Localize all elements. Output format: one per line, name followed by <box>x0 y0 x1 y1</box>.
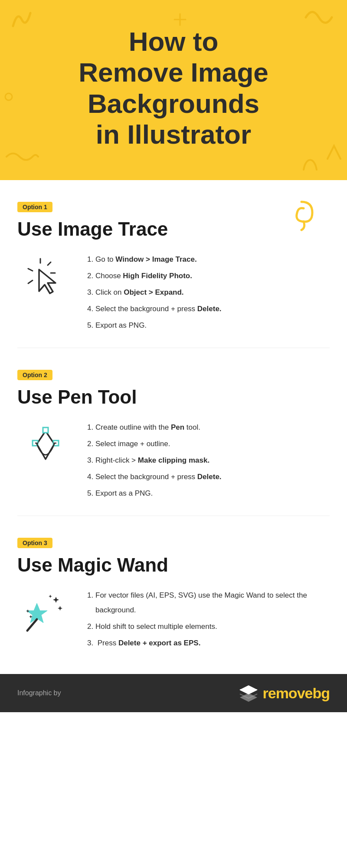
footer-brand-name: removebg <box>262 685 330 702</box>
option-2-title: Use Pen Tool <box>17 386 330 408</box>
list-item: Go to Window > Image Trace. <box>95 252 330 267</box>
footer-label: Infographic by <box>17 689 61 697</box>
svg-line-5 <box>28 269 33 271</box>
doodle-3 <box>4 148 39 167</box>
removebg-logo-icon <box>239 684 258 702</box>
list-item: Press Delete + export as EPS. <box>95 636 330 651</box>
option-3-steps: For vector files (AI, EPS, SVG) use the … <box>87 588 330 652</box>
list-item: Right-click > Make clipping mask. <box>95 453 330 468</box>
option-2-section: Option 2 Use Pen Tool <box>17 348 330 516</box>
option-2-steps: Create outline with the Pen tool. Select… <box>87 420 330 503</box>
section1-doodle <box>282 197 321 238</box>
list-item: Create outline with the Pen tool. <box>95 420 330 435</box>
option-3-badge: Option 3 <box>17 538 52 548</box>
doodle-4 <box>299 152 321 176</box>
option-1-icon-area <box>17 252 74 304</box>
option-3-icon-area <box>17 588 74 640</box>
option-2-body: Create outline with the Pen tool. Select… <box>17 420 330 503</box>
footer-brand: removebg <box>239 684 330 702</box>
doodle-5 <box>2 90 15 105</box>
svg-line-4 <box>48 262 51 265</box>
footer: Infographic by removebg <box>0 674 347 712</box>
list-item: Export as PNG. <box>95 318 330 333</box>
option-3-body: For vector files (AI, EPS, SVG) use the … <box>17 588 330 652</box>
svg-point-0 <box>5 93 12 100</box>
magic-wand-icon <box>24 592 67 636</box>
option-2-icon-area <box>17 420 74 472</box>
option-1-section: Option 1 Use Image Trace Go to Window > … <box>17 180 330 348</box>
content: Option 1 Use Image Trace Go to Window > … <box>0 180 347 665</box>
list-item: Select the background + press Delete. <box>95 470 330 484</box>
option-2-badge: Option 2 <box>17 370 52 380</box>
header-title: How to Remove Image Backgrounds in Illus… <box>17 26 330 150</box>
list-item: Select image + outline. <box>95 437 330 451</box>
list-item: Hold shift to select multiple elements. <box>95 619 330 634</box>
option-3-section: Option 3 Use Magic Wand <box>17 516 330 665</box>
header: How to Remove Image Backgrounds in Illus… <box>0 0 347 180</box>
list-item: Export as a PNG. <box>95 486 330 501</box>
image-trace-icon <box>24 256 67 300</box>
list-item: Choose High Fidelity Photo. <box>95 269 330 283</box>
option-1-steps: Go to Window > Image Trace. Choose High … <box>87 252 330 335</box>
option-3-title: Use Magic Wand <box>17 554 330 576</box>
list-item: For vector files (AI, EPS, SVG) use the … <box>95 588 330 618</box>
pen-tool-icon <box>24 424 67 468</box>
option-1-badge: Option 1 <box>17 202 52 212</box>
svg-line-7 <box>28 280 33 283</box>
list-item: Click on Object > Expand. <box>95 285 330 300</box>
list-item: Select the background + press Delete. <box>95 302 330 316</box>
option-1-body: Go to Window > Image Trace. Choose High … <box>17 252 330 335</box>
doodle-6 <box>174 13 187 28</box>
svg-rect-10 <box>43 427 48 433</box>
